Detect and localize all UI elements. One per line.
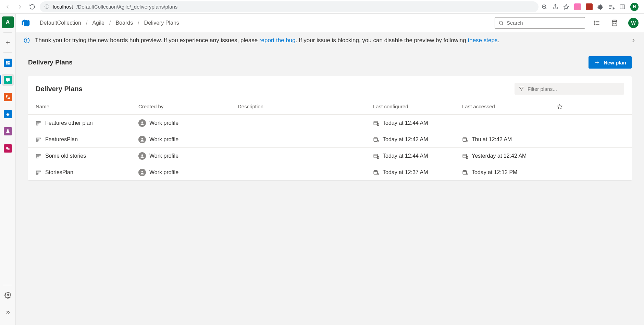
col-header-lastconfigured[interactable]: Last configured	[373, 104, 462, 109]
announcement-text: Thank you for trying the new boards hub …	[35, 37, 499, 44]
reload-icon	[29, 4, 35, 10]
svg-point-24	[499, 21, 503, 24]
zoom-icon[interactable]	[541, 4, 547, 10]
reload-button[interactable]	[27, 2, 37, 12]
header-list-button[interactable]	[591, 17, 603, 29]
plus-icon	[5, 39, 11, 46]
sidebar-item-testplans[interactable]	[2, 125, 14, 137]
filter-box[interactable]	[515, 83, 624, 95]
svg-rect-59	[36, 157, 38, 158]
col-header-description[interactable]: Description	[238, 104, 373, 109]
announcement-next-button[interactable]	[630, 37, 636, 44]
address-bar[interactable]: ⓘ localhost/DefaultCollection/Agile/_del…	[40, 1, 538, 12]
breadcrumb-separator: /	[86, 20, 87, 26]
new-plan-button[interactable]: New plan	[589, 56, 632, 69]
table-row[interactable]: Features other planWork profileToday at …	[28, 115, 632, 131]
extension-icon-1[interactable]	[574, 3, 581, 10]
list-icon	[593, 20, 600, 26]
table-row[interactable]: Some old storiesWork profileToday at 12:…	[28, 147, 632, 164]
search-input[interactable]	[507, 20, 581, 26]
sidebar-settings-button[interactable]	[2, 289, 14, 301]
last-configured-value: Today at 12:44 AM	[383, 153, 428, 159]
plan-name: Some old stories	[45, 153, 86, 159]
table-row[interactable]: StoriesPlanWork profileToday at 12:37 AM…	[28, 164, 632, 180]
site-info-icon[interactable]: ⓘ	[45, 4, 49, 10]
created-by-value: Work profile	[149, 120, 178, 126]
breadcrumb-item[interactable]: Boards	[115, 20, 133, 26]
sidebar-item-artifacts[interactable]	[2, 143, 14, 154]
svg-rect-57	[36, 154, 40, 155]
forward-button[interactable]	[15, 2, 25, 12]
sidebar-project-badge[interactable]: A	[2, 16, 14, 28]
col-header-favorite[interactable]	[551, 104, 568, 109]
plan-icon	[36, 120, 41, 126]
search-icon	[498, 20, 504, 26]
chevron-right-icon	[630, 37, 636, 44]
announcement-bar: Thank you for trying the new boards hub …	[16, 32, 644, 49]
person-avatar-icon	[138, 169, 146, 176]
filter-icon	[519, 86, 524, 92]
svg-rect-42	[36, 124, 38, 125]
svg-rect-47	[36, 138, 40, 139]
report-bug-link[interactable]: report the bug	[259, 37, 296, 44]
svg-point-70	[141, 171, 143, 172]
search-box[interactable]	[495, 17, 585, 29]
svg-point-30	[594, 23, 595, 23]
sidebar-item-pipelines[interactable]	[2, 108, 14, 120]
person-avatar-icon	[138, 136, 146, 143]
browser-profile-avatar[interactable]: И	[630, 3, 639, 11]
col-header-createdby[interactable]: Created by	[138, 104, 238, 109]
last-configured-value: Today at 12:44 AM	[383, 120, 428, 126]
panel-toggle-icon[interactable]	[619, 4, 626, 10]
svg-line-3	[545, 8, 546, 9]
sidebar-item-boards[interactable]	[2, 74, 14, 86]
breadcrumb-item[interactable]: Agile	[92, 20, 104, 26]
breadcrumb-separator: /	[138, 20, 139, 26]
last-accessed-value: Today at 12:12 PM	[472, 169, 517, 176]
svg-marker-9	[613, 7, 615, 9]
back-button[interactable]	[3, 2, 12, 12]
pipelines-icon	[5, 112, 10, 117]
playlist-icon[interactable]	[608, 4, 615, 10]
breadcrumb-item[interactable]: DefaultCollection	[40, 20, 81, 26]
user-avatar[interactable]: W	[628, 18, 639, 28]
star-outline-icon	[557, 104, 562, 109]
new-plan-label: New plan	[604, 60, 626, 65]
breadcrumb-item[interactable]: Delivery Plans	[144, 20, 179, 26]
sidebar-add-button[interactable]	[2, 37, 14, 48]
bookmark-star-icon[interactable]	[563, 4, 569, 10]
filter-input[interactable]	[528, 86, 620, 92]
calendar-icon	[462, 169, 468, 176]
share-icon[interactable]	[552, 4, 558, 10]
table-row[interactable]: FeaturesPlanWork profileToday at 12:42 A…	[28, 131, 632, 147]
plan-name: Features other plan	[45, 120, 93, 126]
svg-rect-22	[7, 148, 9, 150]
svg-point-20	[8, 98, 10, 99]
col-header-name[interactable]: Name	[36, 104, 138, 109]
calendar-icon	[373, 120, 379, 126]
plan-icon	[36, 153, 41, 159]
repos-icon	[5, 95, 10, 99]
flask-icon	[5, 129, 10, 134]
breadcrumb-separator: /	[109, 20, 111, 26]
extensions-icon[interactable]	[597, 4, 604, 10]
card-title: Delivery Plans	[36, 85, 83, 93]
azure-devops-logo-icon[interactable]	[21, 19, 30, 27]
plan-name: StoriesPlan	[45, 169, 73, 176]
svg-rect-14	[6, 61, 8, 63]
these-steps-link[interactable]: these steps	[468, 37, 497, 44]
gear-icon	[4, 292, 11, 299]
plans-table: Name Created by Description Last configu…	[28, 99, 632, 180]
extension-icon-2[interactable]	[586, 3, 593, 10]
artifacts-icon	[5, 146, 10, 151]
sidebar-expand-button[interactable]	[2, 306, 14, 318]
last-accessed-value: Thu at 12:42 AM	[472, 136, 512, 143]
calendar-icon	[373, 136, 379, 143]
col-header-lastaccessed[interactable]: Last accessed	[462, 104, 551, 109]
svg-point-35	[26, 39, 27, 40]
app-header: DefaultCollection / Agile / Boards / Del…	[16, 14, 644, 32]
sidebar-item-repos[interactable]	[2, 91, 14, 103]
header-market-button[interactable]	[608, 17, 621, 29]
sidebar-item-overview[interactable]	[2, 57, 14, 69]
page-title: Delivery Plans	[28, 59, 73, 66]
